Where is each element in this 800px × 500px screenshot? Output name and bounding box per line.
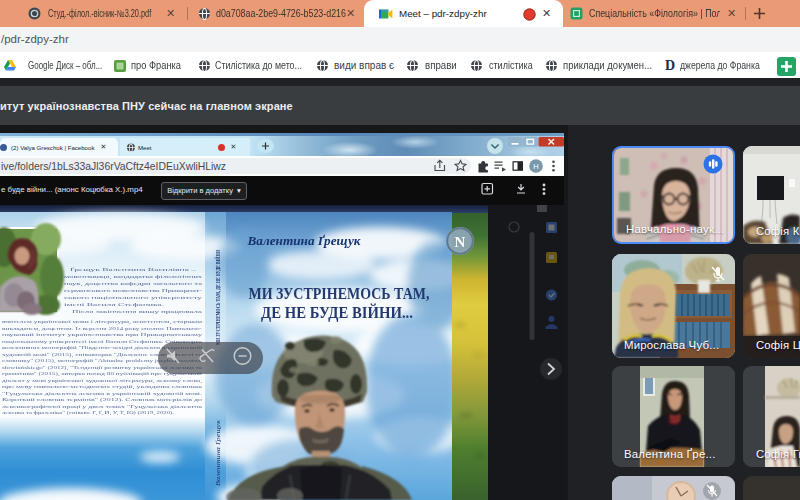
svg-text:науковий інститут українознавс: науковий інститут українознавства при Пр…	[2, 332, 203, 337]
svg-text:N: N	[455, 234, 466, 250]
svg-text:Після закінчення вишу працювал: Після закінчення вишу працювала	[72, 309, 203, 314]
svg-text:Ґрещук Валентина Василівна –: Ґрещук Валентина Василівна –	[70, 267, 197, 272]
svg-text:H: H	[533, 162, 538, 171]
svg-text:МИ ЗУСТРІНЕМОСЬ ТАМ, ДЕ НЕ БУД: МИ ЗУСТРІНЕМОСЬ ТАМ, ДЕ НЕ БУДЕ ВІЙНИ	[214, 250, 221, 345]
svg-text:МИ ЗУСТРІНЕМОСЬ ТАМ,: МИ ЗУСТРІНЕМОСЬ ТАМ,	[249, 284, 430, 303]
svg-text:імені Василя Стефаника.: імені Василя Стефаника.	[64, 302, 164, 307]
svg-text:Валентина Ґрещук: Валентина Ґрещук	[214, 420, 221, 486]
svg-text:Короткий словник термінів" (20: Короткий словник термінів" (2012). Словн…	[2, 397, 203, 402]
svg-text:"Гуцульська діалектна лексика: "Гуцульська діалектна лексика в українсь…	[2, 391, 202, 396]
svg-text:ДЕ НЕ БУДЕ ВІЙНИ...: ДЕ НЕ БУДЕ ВІЙНИ...	[261, 303, 413, 322]
svg-text:германського мовознавства Прик: германського мовознавства Прикарпат-	[64, 288, 203, 293]
svg-text:Валентина Ґрещук: Валентина Ґрещук	[247, 233, 362, 248]
svg-text:лексикографічної праці у двох: лексикографічної праці у двох томах "Гуц…	[2, 404, 203, 409]
svg-text:ського національного університ: ського національного університету	[64, 295, 203, 300]
